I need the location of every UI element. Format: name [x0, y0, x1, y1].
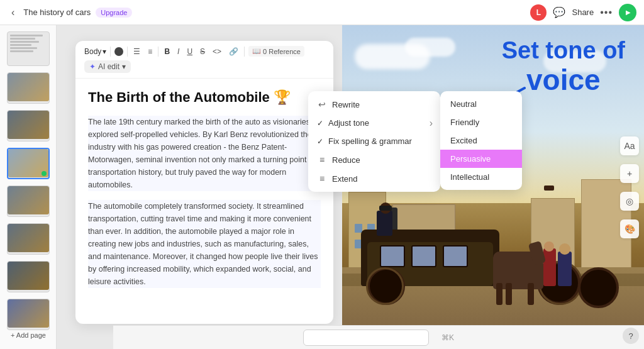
- divider-2: [127, 47, 128, 57]
- list-ordered-btn[interactable]: ≡: [146, 47, 154, 57]
- more-button[interactable]: •••: [600, 7, 613, 18]
- upgrade-badge[interactable]: Upgrade: [96, 8, 132, 18]
- fix-spelling-option[interactable]: ✓ Fix spelling & grammar: [308, 132, 440, 150]
- extend-option[interactable]: ≡ Extend: [308, 169, 440, 188]
- sidebar-page-2[interactable]: 2: [7, 72, 50, 104]
- document-heading: The Birth of the Automobile 🏆: [88, 89, 321, 107]
- ai-edit-chevron: ▾: [122, 62, 126, 71]
- play-button[interactable]: [619, 4, 636, 21]
- tone-submenu: Neutral Friendly Excited Persuasive Inte…: [440, 91, 522, 190]
- back-button[interactable]: ‹: [8, 6, 18, 19]
- ai-edit-dropdown: ↩ Rewrite ✓ Adjust tone ✓ Fix spelling &…: [308, 91, 440, 192]
- sidebar-page-7[interactable]: 7: [7, 261, 50, 292]
- reference-count: 0: [263, 48, 267, 55]
- add-page-button[interactable]: + Add page: [0, 328, 57, 343]
- tone-excited[interactable]: Excited: [440, 131, 522, 150]
- target-button[interactable]: ◎: [620, 192, 639, 211]
- text-size-button[interactable]: Aa: [620, 136, 639, 155]
- ai-star-icon: ✦: [89, 62, 96, 71]
- tone-intellectual[interactable]: Intellectual: [440, 168, 522, 186]
- extend-label: Extend: [332, 174, 357, 184]
- adjust-tone-option[interactable]: ✓ Adjust tone: [308, 114, 440, 132]
- list-unordered-btn[interactable]: ☰: [131, 47, 142, 57]
- underline-btn[interactable]: U: [185, 47, 194, 57]
- main-area: Set tone of voice Body ▾ ☰ ≡ B I U S <>: [57, 25, 644, 349]
- tone-neutral[interactable]: Neutral: [440, 95, 522, 113]
- share-button[interactable]: Share: [572, 8, 594, 17]
- page-sidebar: 1 2 3 4 5 6 7 8 + Add page: [0, 25, 57, 349]
- right-tools: Aa + ◎ 🎨: [620, 136, 639, 238]
- rewrite-label: Rewrite: [332, 100, 360, 109]
- document-title: The history of cars: [23, 8, 91, 17]
- topbar-right: L 💬 Share •••: [530, 4, 636, 21]
- fix-spelling-label: Fix spelling & grammar: [328, 136, 412, 146]
- reference-label: Reference: [269, 48, 301, 55]
- body-label: Body: [84, 47, 101, 56]
- command-input[interactable]: [303, 330, 429, 346]
- topbar: ‹ The history of cars Upgrade L 💬 Share …: [0, 0, 644, 25]
- check-icon: ✓: [317, 119, 323, 128]
- document-card: Body ▾ ☰ ≡ B I U S <> 🔗 📖 0 Reference ✦: [75, 41, 333, 324]
- italic-btn[interactable]: I: [175, 47, 181, 57]
- sidebar-page-6[interactable]: 6: [7, 223, 50, 255]
- document-paragraph-1: The late 19th century marked the birth o…: [88, 116, 321, 191]
- reference-book-icon: 📖: [252, 47, 261, 55]
- ai-edit-button[interactable]: ✦ AI edit ▾: [84, 60, 131, 73]
- document-paragraph-2: The automobile completely transformed so…: [88, 200, 321, 288]
- check-icon-2: ✓: [317, 137, 323, 146]
- rewrite-icon: ↩: [317, 99, 327, 109]
- add-element-button[interactable]: +: [620, 164, 639, 183]
- body-chevron: ▾: [103, 47, 106, 56]
- avatar: L: [530, 4, 547, 21]
- chat-icon[interactable]: 💬: [553, 6, 565, 18]
- active-indicator: [42, 171, 47, 176]
- reduce-icon: ≡: [317, 155, 327, 165]
- sidebar-page-8[interactable]: 8: [7, 299, 50, 330]
- link-btn[interactable]: 🔗: [227, 47, 240, 57]
- sidebar-page-3[interactable]: 3: [7, 110, 50, 141]
- sidebar-page-5[interactable]: 5: [7, 186, 50, 217]
- topbar-left: ‹ The history of cars Upgrade: [8, 6, 530, 19]
- ai-edit-label: AI edit: [98, 62, 119, 71]
- document-content: The Birth of the Automobile 🏆 The late 1…: [75, 79, 333, 324]
- body-dropdown[interactable]: Body ▾: [84, 47, 106, 56]
- theme-button[interactable]: 🎨: [620, 219, 639, 238]
- extend-icon: ≡: [317, 174, 327, 184]
- adjust-tone-label: Adjust tone: [328, 118, 369, 128]
- shortcut-hint: ⌘K: [441, 333, 454, 342]
- bottom-bar: ⌘K: [113, 325, 644, 349]
- tone-friendly[interactable]: Friendly: [440, 113, 522, 131]
- reference-btn[interactable]: 📖 0 Reference: [248, 46, 304, 57]
- tone-persuasive[interactable]: Persuasive: [440, 150, 522, 168]
- document-toolbar: Body ▾ ☰ ≡ B I U S <> 🔗 📖 0 Reference ✦: [75, 41, 333, 79]
- divider-4: [244, 47, 245, 57]
- strikethrough-btn[interactable]: S: [198, 47, 207, 57]
- reduce-label: Reduce: [332, 155, 360, 165]
- sidebar-page-1[interactable]: 1: [7, 31, 50, 66]
- divider-1: [110, 47, 111, 57]
- rewrite-option[interactable]: ↩ Rewrite: [308, 95, 440, 114]
- sidebar-page-4[interactable]: 4: [7, 148, 50, 179]
- code-btn[interactable]: <>: [211, 47, 223, 57]
- help-button[interactable]: ?: [623, 328, 639, 344]
- divider-3: [158, 47, 158, 57]
- color-picker[interactable]: [114, 47, 123, 56]
- bold-btn[interactable]: B: [162, 47, 172, 57]
- reduce-option[interactable]: ≡ Reduce: [308, 150, 440, 169]
